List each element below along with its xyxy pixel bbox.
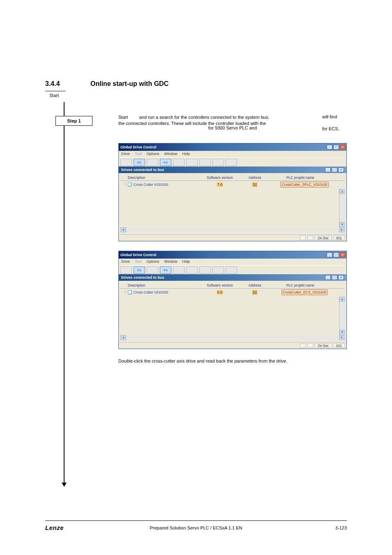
th-description[interactable]: Description (121, 283, 199, 287)
sub-close-button[interactable]: × (338, 275, 344, 280)
th-plc-project[interactable]: PLC projekt name (269, 176, 344, 180)
cell-software-version: 0.0 (199, 290, 240, 295)
addr-pill: [1] (252, 290, 257, 295)
sw-pill: 7.0 (217, 182, 223, 187)
maximize-button[interactable]: □ (333, 252, 339, 257)
divider (45, 91, 66, 91)
tb-btn-3[interactable] (147, 266, 158, 274)
footer-center: Prepared Solution Servo PLC / ECSxA 1.1 … (45, 525, 347, 530)
vertical-scrollbar[interactable]: ▴ ▾ (339, 297, 345, 335)
maximize-button[interactable]: □ (333, 145, 339, 150)
gdc-window: Global Drive Control _ □ × Drive Tool Op… (118, 143, 347, 241)
window-title: Global Drive Control (120, 145, 157, 149)
menu-options[interactable]: Options (147, 259, 159, 264)
tb-btn-f2[interactable]: F2 (134, 266, 145, 274)
horizontal-scrollbar[interactable]: ◂ ▸ (120, 335, 345, 340)
menu-help[interactable]: Help (182, 259, 190, 264)
status-bar: On line 001 (119, 234, 346, 241)
tb-btn-f2[interactable]: F2 (134, 159, 145, 166)
cell-address: [1] (240, 290, 269, 295)
section-number: 3.4.4 (45, 80, 90, 88)
th-software-version[interactable]: Software version (199, 176, 240, 180)
menu-drive[interactable]: Drive (121, 259, 130, 264)
sub-maximize-button[interactable]: □ (332, 275, 337, 280)
tb-btn-6[interactable] (186, 266, 198, 274)
double-click-instruction: Double-click the cross-cutter axis drive… (118, 358, 347, 363)
scroll-down-icon[interactable]: ▾ (339, 222, 345, 227)
subwindow-title: Drives connected to bus (121, 275, 164, 280)
tb-btn-7[interactable] (199, 266, 211, 274)
vertical-scrollbar[interactable]: ▴ ▾ (339, 189, 345, 227)
scroll-left-icon[interactable]: ◂ (120, 335, 126, 340)
scroll-up-icon[interactable]: ▴ (339, 189, 345, 194)
minimize-button[interactable]: _ (327, 252, 332, 257)
scroll-left-icon[interactable]: ◂ (120, 227, 126, 232)
sub-minimize-button[interactable]: _ (325, 167, 331, 172)
th-address[interactable]: Address (240, 283, 269, 287)
subwindow-titlebar: Drives connected to bus _ □ × (119, 274, 346, 281)
intro-line1-right: will find (322, 114, 347, 119)
close-button[interactable]: × (340, 145, 346, 150)
table-row[interactable]: └ Cross Cutter V010100 7.0 [1] CrossCutt… (120, 181, 345, 188)
menu-help[interactable]: Help (182, 152, 190, 157)
table-header: Description Software version Address PLC… (120, 175, 345, 181)
gdc-window: Global Drive Control _ □ × Drive Tool Op… (118, 251, 347, 349)
menu-window[interactable]: Window (164, 152, 178, 157)
subwindow-titlebar: Drives connected to bus _ □ × (119, 166, 346, 173)
tb-btn-6[interactable] (186, 159, 198, 166)
th-address[interactable]: Address (240, 176, 269, 180)
th-software-version[interactable]: Software version (199, 283, 240, 287)
titlebar: Global Drive Control _ □ × (119, 143, 346, 151)
scroll-track[interactable] (127, 228, 338, 231)
intro-line3-center: for 9300 Servo PLC and (118, 125, 347, 130)
tb-btn-1[interactable] (120, 159, 132, 166)
menu-options[interactable]: Options (147, 152, 159, 157)
scroll-right-icon[interactable]: ▸ (339, 227, 345, 232)
tb-btn-5[interactable] (173, 266, 184, 274)
sub-close-button[interactable]: × (338, 167, 344, 172)
scroll-up-icon[interactable]: ▴ (339, 297, 345, 302)
close-button[interactable]: × (340, 252, 346, 257)
intro-text: Start and run a search for the controlle… (118, 114, 347, 127)
table-row[interactable]: └ Cross Cutter V010100 0.0 [1] CrossCutt… (120, 289, 345, 296)
sub-maximize-button[interactable]: □ (332, 167, 337, 172)
minimize-button[interactable]: _ (327, 145, 332, 150)
scroll-down-icon[interactable]: ▾ (339, 330, 345, 335)
status-code: 001 (333, 343, 345, 348)
status-cell-1 (300, 343, 306, 348)
tb-btn-f4[interactable]: F4 (160, 266, 171, 274)
menu-drive[interactable]: Drive (121, 152, 130, 157)
tree-branch-icon: └ (124, 183, 126, 187)
section-title: Online start-up with GDC (90, 80, 168, 88)
intro-line1-left: Start (118, 115, 128, 120)
flow-arrowhead-icon (62, 483, 67, 487)
menu-tool[interactable]: Tool (135, 259, 142, 264)
status-bar: On line 001 (119, 342, 346, 349)
tb-btn-8[interactable] (212, 159, 224, 166)
status-code: 001 (333, 236, 345, 240)
horizontal-scrollbar[interactable]: ◂ ▸ (120, 227, 345, 233)
proj-pill: CrossCutter_SPLC_V010100 (280, 182, 328, 187)
menu-window[interactable]: Window (164, 259, 178, 264)
th-plc-project[interactable]: PLC projekt name (269, 283, 344, 287)
th-description[interactable]: Description (121, 176, 199, 180)
tb-btn-7[interactable] (199, 159, 211, 166)
tb-btn-3[interactable] (147, 159, 158, 166)
scroll-right-icon[interactable]: ▸ (339, 335, 345, 340)
tb-btn-f4[interactable]: F4 (160, 159, 171, 166)
sub-minimize-button[interactable]: _ (325, 275, 331, 280)
cell-project: CrossCutter_ECS_V010100 (269, 289, 344, 295)
tb-btn-9[interactable] (226, 159, 237, 166)
tb-btn-5[interactable] (173, 159, 184, 166)
menu-tool[interactable]: Tool (135, 152, 142, 157)
tb-btn-8[interactable] (212, 266, 224, 274)
tree-branch-icon: └ (124, 290, 126, 294)
tb-btn-9[interactable] (226, 266, 237, 274)
scroll-track[interactable] (127, 336, 338, 339)
intro-line1-mid: and run a search for the controllers con… (139, 115, 270, 120)
page-footer: Lenze Prepared Solution Servo PLC / ECSx… (45, 520, 347, 531)
cell-address: [1] (240, 182, 269, 187)
tb-btn-1[interactable] (120, 266, 132, 274)
status-mode: On line (315, 343, 332, 348)
menu-bar: Drive Tool Options Window Help (119, 259, 346, 265)
